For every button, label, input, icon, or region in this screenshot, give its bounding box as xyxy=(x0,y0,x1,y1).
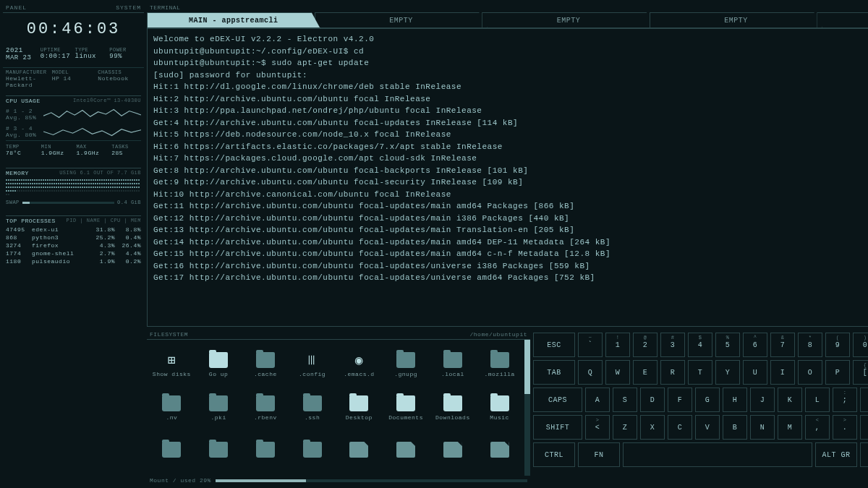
key-4[interactable]: $4 xyxy=(688,333,712,357)
key-5[interactable]: %5 xyxy=(715,333,740,357)
key-shift[interactable]: SHIFT xyxy=(533,415,582,440)
key-l[interactable]: L xyxy=(805,388,830,412)
key-y[interactable]: Y xyxy=(715,360,740,385)
key-alt gr[interactable]: ALT GR xyxy=(815,442,857,467)
key-tab[interactable]: TAB xyxy=(533,360,575,385)
filesystem-item[interactable]: ◉.emacs.d xyxy=(337,344,381,385)
key-6[interactable]: ^6 xyxy=(743,333,767,357)
filesystem-item[interactable] xyxy=(337,431,381,471)
key-r[interactable]: R xyxy=(660,360,685,385)
folder-icon xyxy=(256,442,275,458)
key-<[interactable]: >< xyxy=(585,415,610,440)
terminal-tab[interactable]: MAIN - appstreamcli xyxy=(147,12,320,28)
terminal-tab[interactable]: EMPTY xyxy=(482,12,655,28)
process-row[interactable]: 868python325.2%0.4% xyxy=(6,234,141,241)
filesystem-item[interactable]: .rbenv xyxy=(244,388,288,428)
process-row[interactable]: 1180pulseaudio1.9%0.2% xyxy=(6,257,141,265)
key-ctrl[interactable]: CTRL xyxy=(860,442,868,467)
filesystem-item[interactable]: .ssh xyxy=(290,388,334,428)
key-7[interactable]: &7 xyxy=(770,333,795,357)
key-x[interactable]: X xyxy=(640,415,665,440)
key-a[interactable]: A xyxy=(585,388,610,412)
key-v[interactable]: V xyxy=(695,415,720,440)
filesystem-item[interactable]: Downloads xyxy=(431,388,475,428)
filesystem-item[interactable]: .gnupg xyxy=(384,344,428,385)
uptime-label: UPTIME xyxy=(41,47,72,53)
filesystem-item[interactable]: ⊞Show disks xyxy=(150,344,194,385)
filesystem-item[interactable] xyxy=(244,431,288,471)
filesystem-item[interactable]: Desktop xyxy=(337,388,381,428)
chassis-label: CHASSIS xyxy=(98,69,141,75)
filesystem-item[interactable]: ⫼.config xyxy=(290,344,334,385)
folder-icon: ⫼ xyxy=(303,352,322,368)
filesystem-item[interactable]: .mozilla xyxy=(477,344,522,385)
key-d[interactable]: D xyxy=(640,388,665,412)
key-9[interactable]: (9 xyxy=(825,333,850,357)
filesystem-item[interactable]: Go up xyxy=(197,344,241,385)
key-h[interactable]: H xyxy=(723,388,747,412)
key-1[interactable]: !1 xyxy=(605,333,630,357)
filesystem-item[interactable] xyxy=(197,431,241,471)
key-caps[interactable]: CAPS xyxy=(533,388,582,412)
key-n[interactable]: N xyxy=(750,415,775,440)
key-ctrl[interactable]: CTRL xyxy=(533,442,575,467)
key-o[interactable]: O xyxy=(798,360,822,385)
key-t[interactable]: T xyxy=(688,360,712,385)
key-[[interactable]: {[ xyxy=(853,360,868,385)
filesystem-item[interactable] xyxy=(431,431,475,471)
key-b[interactable]: B xyxy=(723,415,747,440)
key-k[interactable]: K xyxy=(778,388,802,412)
filesystem-scrollbar[interactable] xyxy=(524,340,530,476)
key-u[interactable]: U xyxy=(743,360,767,385)
key-3[interactable]: #3 xyxy=(660,333,685,357)
key-s[interactable]: S xyxy=(613,388,637,412)
key-.[interactable]: >. xyxy=(833,415,857,440)
key-g[interactable]: G xyxy=(695,388,720,412)
filesystem-item[interactable]: Music xyxy=(477,388,522,428)
filesystem-item[interactable]: .nv xyxy=(150,388,194,428)
key-`[interactable]: ~` xyxy=(578,333,603,357)
process-row[interactable]: 1774gnome-shell2.7%4.4% xyxy=(6,249,141,257)
filesystem-item[interactable]: .cache xyxy=(244,344,288,385)
key-c[interactable]: C xyxy=(668,415,692,440)
key-'[interactable]: "' xyxy=(860,388,868,412)
key-;[interactable]: :; xyxy=(833,388,857,412)
key-j[interactable]: J xyxy=(750,388,775,412)
filesystem-item[interactable] xyxy=(477,431,522,471)
terminal-output[interactable]: Welcome to eDEX-UI v2.2.2 - Electron v4.… xyxy=(147,28,868,327)
key-8[interactable]: *8 xyxy=(798,333,822,357)
key-2[interactable]: @2 xyxy=(633,333,658,357)
key-q[interactable]: Q xyxy=(578,360,603,385)
key-p[interactable]: P xyxy=(825,360,850,385)
cpu1-avg: Avg. 85% xyxy=(6,114,41,121)
filesystem-item[interactable]: .pki xyxy=(197,388,241,428)
terminal-tab[interactable]: EMPTY xyxy=(315,12,488,28)
process-row[interactable]: 47495edex-ui31.8%8.8% xyxy=(6,226,141,234)
key-m[interactable]: M xyxy=(778,415,802,440)
key-e[interactable]: E xyxy=(633,360,658,385)
key-,[interactable]: <, xyxy=(805,415,830,440)
power-label: POWER xyxy=(109,47,141,53)
file-icon xyxy=(349,442,368,458)
filesystem-item-label: .pki xyxy=(211,414,226,421)
filesystem-item[interactable]: Documents xyxy=(384,388,428,428)
filesystem-item[interactable] xyxy=(150,431,194,471)
key-0[interactable]: )0 xyxy=(853,333,868,357)
filesystem-item[interactable] xyxy=(290,431,334,471)
terminal-tab[interactable]: EMPTY xyxy=(817,12,868,28)
key-w[interactable]: W xyxy=(605,360,630,385)
filesystem-item[interactable]: .local xyxy=(431,344,475,385)
key-fn[interactable]: FN xyxy=(578,442,620,467)
process-row[interactable]: 3274firefox4.3%26.4% xyxy=(6,241,141,249)
filesystem-item[interactable] xyxy=(384,431,428,471)
terminal-tabs: MAIN - appstreamcliEMPTYEMPTYEMPTYEMPTY xyxy=(147,12,868,28)
key-z[interactable]: Z xyxy=(613,415,637,440)
panel-right-label: SYSTEM xyxy=(116,4,141,11)
key-/[interactable]: ?/ xyxy=(860,415,868,440)
key-space[interactable] xyxy=(623,442,812,467)
key-f[interactable]: F xyxy=(668,388,692,412)
terminal-tab[interactable]: EMPTY xyxy=(650,12,823,28)
folder-icon: ⊞ xyxy=(162,352,181,368)
key-esc[interactable]: ESC xyxy=(533,333,575,357)
key-i[interactable]: I xyxy=(770,360,795,385)
